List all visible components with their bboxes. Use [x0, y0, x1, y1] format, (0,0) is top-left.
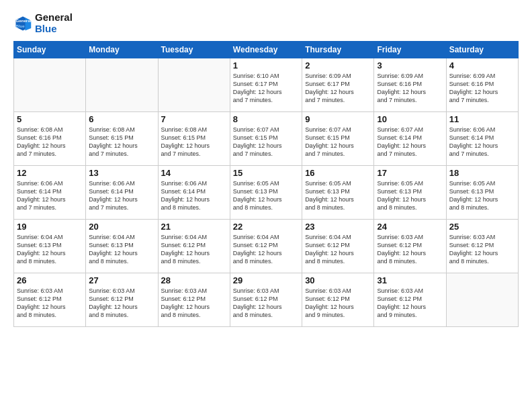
day-number: 8: [233, 114, 299, 124]
day-info: Sunrise: 6:07 AM Sunset: 6:15 PM Dayligh…: [305, 126, 371, 158]
calendar-cell: 19Sunrise: 6:04 AM Sunset: 6:13 PM Dayli…: [14, 220, 86, 273]
day-info: Sunrise: 6:06 AM Sunset: 6:14 PM Dayligh…: [449, 126, 515, 158]
svg-text:Blue: Blue: [16, 24, 26, 28]
day-info: Sunrise: 6:03 AM Sunset: 6:12 PM Dayligh…: [305, 287, 371, 320]
calendar-cell: 17Sunrise: 6:05 AM Sunset: 6:13 PM Dayli…: [374, 166, 446, 220]
day-info: Sunrise: 6:03 AM Sunset: 6:12 PM Dayligh…: [89, 287, 154, 320]
day-number: 9: [305, 114, 371, 124]
weekday-header-friday: Friday: [374, 42, 446, 58]
day-number: 2: [305, 60, 371, 71]
day-info: Sunrise: 6:08 AM Sunset: 6:15 PM Dayligh…: [89, 126, 154, 158]
weekday-header-sunday: Sunday: [14, 42, 86, 58]
calendar-cell: 11Sunrise: 6:06 AM Sunset: 6:14 PM Dayli…: [446, 112, 518, 166]
day-info: Sunrise: 6:06 AM Sunset: 6:14 PM Dayligh…: [161, 179, 227, 212]
calendar-cell: 6Sunrise: 6:08 AM Sunset: 6:15 PM Daylig…: [86, 112, 158, 166]
day-info: Sunrise: 6:03 AM Sunset: 6:12 PM Dayligh…: [377, 233, 443, 266]
day-number: 23: [305, 222, 371, 232]
logo-icon: General Blue: [13, 14, 32, 33]
calendar-cell: 13Sunrise: 6:06 AM Sunset: 6:14 PM Dayli…: [86, 166, 158, 220]
calendar-cell: 8Sunrise: 6:07 AM Sunset: 6:15 PM Daylig…: [230, 112, 302, 166]
day-info: Sunrise: 6:09 AM Sunset: 6:16 PM Dayligh…: [449, 72, 515, 105]
day-info: Sunrise: 6:05 AM Sunset: 6:13 PM Dayligh…: [377, 179, 443, 212]
day-number: 12: [17, 168, 83, 178]
day-number: 13: [89, 168, 154, 178]
day-number: 26: [17, 275, 83, 285]
day-info: Sunrise: 6:06 AM Sunset: 6:14 PM Dayligh…: [17, 179, 83, 212]
day-info: Sunrise: 6:07 AM Sunset: 6:15 PM Dayligh…: [233, 126, 299, 158]
calendar-cell: [14, 58, 86, 112]
day-info: Sunrise: 6:04 AM Sunset: 6:13 PM Dayligh…: [17, 233, 83, 266]
calendar: SundayMondayTuesdayWednesdayThursdayFrid…: [13, 41, 519, 327]
logo-text: General Blue: [35, 12, 73, 34]
day-number: 5: [17, 114, 83, 124]
day-number: 28: [161, 275, 227, 285]
weekday-header-monday: Monday: [86, 42, 158, 58]
calendar-cell: 5Sunrise: 6:08 AM Sunset: 6:16 PM Daylig…: [14, 112, 86, 166]
calendar-cell: 9Sunrise: 6:07 AM Sunset: 6:15 PM Daylig…: [302, 112, 374, 166]
day-number: 18: [449, 168, 515, 178]
day-info: Sunrise: 6:03 AM Sunset: 6:12 PM Dayligh…: [161, 287, 227, 320]
day-number: 30: [305, 275, 371, 285]
day-number: 14: [161, 168, 227, 178]
day-number: 20: [89, 222, 154, 232]
weekday-header-thursday: Thursday: [302, 42, 374, 58]
calendar-cell: 26Sunrise: 6:03 AM Sunset: 6:12 PM Dayli…: [14, 273, 86, 327]
day-number: 3: [377, 60, 443, 71]
day-info: Sunrise: 6:03 AM Sunset: 6:12 PM Dayligh…: [449, 233, 515, 266]
calendar-cell: 31Sunrise: 6:03 AM Sunset: 6:12 PM Dayli…: [374, 273, 446, 327]
day-number: 7: [161, 114, 227, 124]
day-info: Sunrise: 6:05 AM Sunset: 6:13 PM Dayligh…: [305, 179, 371, 212]
day-number: 4: [449, 60, 515, 71]
calendar-cell: 16Sunrise: 6:05 AM Sunset: 6:13 PM Dayli…: [302, 166, 374, 220]
day-info: Sunrise: 6:06 AM Sunset: 6:14 PM Dayligh…: [89, 179, 154, 212]
day-info: Sunrise: 6:03 AM Sunset: 6:12 PM Dayligh…: [233, 287, 299, 320]
day-number: 31: [377, 275, 443, 285]
day-number: 15: [233, 168, 299, 178]
calendar-cell: [158, 58, 230, 112]
calendar-week-row: 1Sunrise: 6:10 AM Sunset: 6:17 PM Daylig…: [14, 58, 519, 112]
weekday-header-row: SundayMondayTuesdayWednesdayThursdayFrid…: [14, 42, 519, 58]
day-info: Sunrise: 6:04 AM Sunset: 6:13 PM Dayligh…: [89, 233, 154, 266]
day-number: 16: [305, 168, 371, 178]
day-number: 25: [449, 222, 515, 232]
calendar-cell: 3Sunrise: 6:09 AM Sunset: 6:16 PM Daylig…: [374, 58, 446, 112]
calendar-cell: 27Sunrise: 6:03 AM Sunset: 6:12 PM Dayli…: [86, 273, 158, 327]
calendar-cell: 25Sunrise: 6:03 AM Sunset: 6:12 PM Dayli…: [446, 220, 518, 273]
calendar-cell: [86, 58, 158, 112]
calendar-cell: 1Sunrise: 6:10 AM Sunset: 6:17 PM Daylig…: [230, 58, 302, 112]
calendar-cell: 29Sunrise: 6:03 AM Sunset: 6:12 PM Dayli…: [230, 273, 302, 327]
day-info: Sunrise: 6:05 AM Sunset: 6:13 PM Dayligh…: [449, 179, 515, 212]
page: General Blue General Blue SundayMondayTu…: [0, 0, 532, 411]
day-number: 27: [89, 275, 154, 285]
calendar-cell: [446, 273, 518, 327]
calendar-cell: 21Sunrise: 6:04 AM Sunset: 6:12 PM Dayli…: [158, 220, 230, 273]
day-number: 10: [377, 114, 443, 124]
weekday-header-wednesday: Wednesday: [230, 42, 302, 58]
day-info: Sunrise: 6:08 AM Sunset: 6:15 PM Dayligh…: [161, 126, 227, 158]
day-info: Sunrise: 6:05 AM Sunset: 6:13 PM Dayligh…: [233, 179, 299, 212]
day-info: Sunrise: 6:03 AM Sunset: 6:12 PM Dayligh…: [377, 287, 443, 320]
day-number: 6: [89, 114, 154, 124]
day-info: Sunrise: 6:09 AM Sunset: 6:16 PM Dayligh…: [377, 72, 443, 105]
calendar-cell: 4Sunrise: 6:09 AM Sunset: 6:16 PM Daylig…: [446, 58, 518, 112]
calendar-week-row: 26Sunrise: 6:03 AM Sunset: 6:12 PM Dayli…: [14, 273, 519, 327]
day-info: Sunrise: 6:07 AM Sunset: 6:14 PM Dayligh…: [377, 126, 443, 158]
calendar-week-row: 12Sunrise: 6:06 AM Sunset: 6:14 PM Dayli…: [14, 166, 519, 220]
svg-text:General: General: [16, 18, 32, 23]
calendar-cell: 28Sunrise: 6:03 AM Sunset: 6:12 PM Dayli…: [158, 273, 230, 327]
day-number: 22: [233, 222, 299, 232]
day-info: Sunrise: 6:04 AM Sunset: 6:12 PM Dayligh…: [305, 233, 371, 266]
calendar-cell: 23Sunrise: 6:04 AM Sunset: 6:12 PM Dayli…: [302, 220, 374, 273]
calendar-cell: 22Sunrise: 6:04 AM Sunset: 6:12 PM Dayli…: [230, 220, 302, 273]
calendar-cell: 15Sunrise: 6:05 AM Sunset: 6:13 PM Dayli…: [230, 166, 302, 220]
day-number: 24: [377, 222, 443, 232]
calendar-cell: 24Sunrise: 6:03 AM Sunset: 6:12 PM Dayli…: [374, 220, 446, 273]
day-number: 11: [449, 114, 515, 124]
day-info: Sunrise: 6:08 AM Sunset: 6:16 PM Dayligh…: [17, 126, 83, 158]
calendar-week-row: 5Sunrise: 6:08 AM Sunset: 6:16 PM Daylig…: [14, 112, 519, 166]
calendar-cell: 7Sunrise: 6:08 AM Sunset: 6:15 PM Daylig…: [158, 112, 230, 166]
day-number: 21: [161, 222, 227, 232]
day-info: Sunrise: 6:04 AM Sunset: 6:12 PM Dayligh…: [233, 233, 299, 266]
day-number: 17: [377, 168, 443, 178]
logo: General Blue General Blue: [13, 12, 73, 34]
